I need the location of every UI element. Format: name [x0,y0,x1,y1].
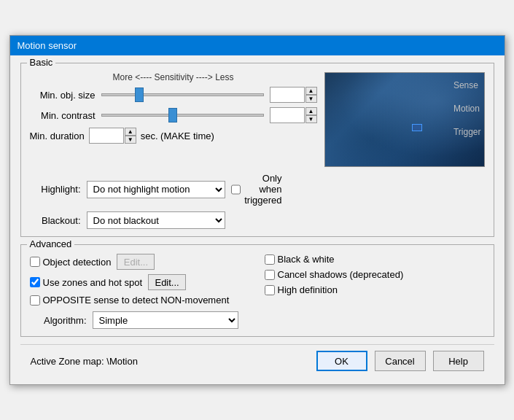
ok-button[interactable]: OK [316,351,367,371]
algorithm-select[interactable]: Simple Advanced [93,311,238,329]
obj-detection-checkbox-label: Object detection [30,257,112,268]
title-bar: Motion sensor [10,36,505,55]
basic-group-label: Basic [27,57,56,68]
blackout-select[interactable]: Do not blackout Blackout Blackout (fade) [87,211,225,229]
min-obj-size-input[interactable]: 220 [270,87,305,103]
use-zones-text: Use zones and hot spot [43,277,143,288]
advanced-grid: Object detection Edit... Use zones and h… [30,251,485,306]
highlight-label: Highlight: [30,184,81,195]
min-obj-size-slider-container [101,88,264,102]
camera-label-trigger: Trigger [453,127,481,137]
opposite-sense-row: OPPOSITE sense to detect NON-movement [30,295,250,306]
basic-inner: More <---- Sensitivity ----> Less Min. o… [30,69,485,167]
black-white-row: Black & white [265,254,485,265]
min-contrast-spin-buttons: ▲ ▼ [305,107,317,123]
highlight-row: Highlight: Do not highlight motion Highl… [30,173,485,206]
blackout-row: Blackout: Do not blackout Blackout Black… [30,211,485,229]
obj-detection-checkbox[interactable] [30,257,40,267]
obj-detection-row: Object detection Edit... [30,254,250,270]
only-when-triggered-text: Only when triggered [244,173,282,206]
camera-preview: Sense Motion Trigger [324,72,485,167]
motion-sensor-dialog: Motion sensor Basic More <---- Sensitivi… [9,35,505,385]
min-duration-spinbox: 0.5 ▲ ▼ [89,128,136,144]
active-zone-label: Active Zone map: [31,356,104,367]
high-definition-checkbox-label: High definition [265,284,338,295]
min-contrast-down[interactable]: ▼ [305,115,317,123]
algorithm-row: Algorithm: Simple Advanced [30,311,485,329]
min-obj-size-spinbox: 220 ▲ ▼ [270,87,317,103]
min-obj-size-slider[interactable] [101,93,264,96]
cancel-shadows-checkbox-label: Cancel shadows (deprecated) [265,269,404,280]
cancel-shadows-text: Cancel shadows (deprecated) [278,269,404,280]
black-white-checkbox-label: Black & white [265,254,335,265]
min-obj-size-spin-buttons: ▲ ▼ [305,87,317,103]
min-obj-size-row: Min. obj. size 220 ▲ ▼ [30,87,317,103]
use-zones-row: Use zones and hot spot Edit... [30,274,250,290]
min-duration-suffix: sec. (MAKE time) [141,131,214,141]
advanced-left: Object detection Edit... Use zones and h… [30,254,250,306]
min-contrast-up[interactable]: ▲ [305,107,317,115]
min-obj-size-down[interactable]: ▼ [305,95,317,103]
basic-left: More <---- Sensitivity ----> Less Min. o… [30,72,317,167]
obj-detection-text: Object detection [43,257,112,268]
use-zones-edit-button[interactable]: Edit... [148,274,186,290]
only-when-triggered-label: Only when triggered [231,173,282,206]
dialog-title: Motion sensor [17,40,77,51]
help-button[interactable]: Help [433,351,484,371]
only-when-triggered-checkbox[interactable] [231,184,241,195]
blackout-label: Blackout: [30,215,81,226]
min-contrast-label: Min. contrast [30,110,96,121]
advanced-group: Advanced Object detection Edit... Use zo… [20,244,494,337]
opposite-sense-text: OPPOSITE sense to detect NON-movement [43,295,230,306]
active-zone-value: \Motion [106,356,138,367]
min-duration-up[interactable]: ▲ [125,128,136,136]
min-contrast-slider[interactable] [101,114,264,117]
highlight-select[interactable]: Do not highlight motion Highlight motion… [87,181,225,198]
min-contrast-spinbox: 44 ▲ ▼ [270,107,317,123]
algorithm-label: Algorithm: [30,315,87,326]
black-white-text: Black & white [278,254,335,265]
min-duration-input[interactable]: 0.5 [89,128,124,144]
footer: Active Zone map: \Motion OK Cancel Help [20,344,494,377]
cancel-shadows-checkbox[interactable] [265,270,275,280]
cancel-shadows-row: Cancel shadows (deprecated) [265,269,485,280]
use-zones-checkbox[interactable] [30,277,40,287]
camera-label-motion: Motion [453,104,481,114]
high-definition-row: High definition [265,284,485,295]
black-white-checkbox[interactable] [265,254,275,265]
advanced-group-label: Advanced [27,238,75,249]
min-contrast-row: Min. contrast 44 ▲ ▼ [30,107,317,123]
advanced-right: Black & white Cancel shadows (deprecated… [265,254,485,306]
dialog-body: Basic More <---- Sensitivity ----> Less … [10,55,505,384]
camera-dot [412,124,422,131]
cancel-button[interactable]: Cancel [375,351,426,371]
active-zone-info: Active Zone map: \Motion [31,356,309,367]
min-obj-size-label: Min. obj. size [30,90,96,101]
min-duration-down[interactable]: ▼ [125,136,136,144]
min-duration-row: Min. duration 0.5 ▲ ▼ sec. (MAKE time) [30,128,317,144]
basic-group: Basic More <---- Sensitivity ----> Less … [20,63,494,237]
opposite-sense-checkbox[interactable] [30,295,40,306]
opposite-sense-checkbox-label: OPPOSITE sense to detect NON-movement [30,295,230,306]
min-contrast-input[interactable]: 44 [270,107,305,123]
min-duration-spin-buttons: ▲ ▼ [125,128,136,144]
camera-label-sense: Sense [453,80,481,90]
high-definition-checkbox[interactable] [265,285,275,295]
min-obj-size-up[interactable]: ▲ [305,87,317,95]
use-zones-checkbox-label: Use zones and hot spot [30,277,143,288]
min-duration-label: Min. duration [30,131,85,141]
high-definition-text: High definition [278,284,338,295]
min-contrast-slider-container [101,108,264,122]
camera-labels: Sense Motion Trigger [453,80,481,137]
sensitivity-label: More <---- Sensitivity ----> Less [30,72,317,82]
obj-detection-edit-button[interactable]: Edit... [117,254,155,270]
